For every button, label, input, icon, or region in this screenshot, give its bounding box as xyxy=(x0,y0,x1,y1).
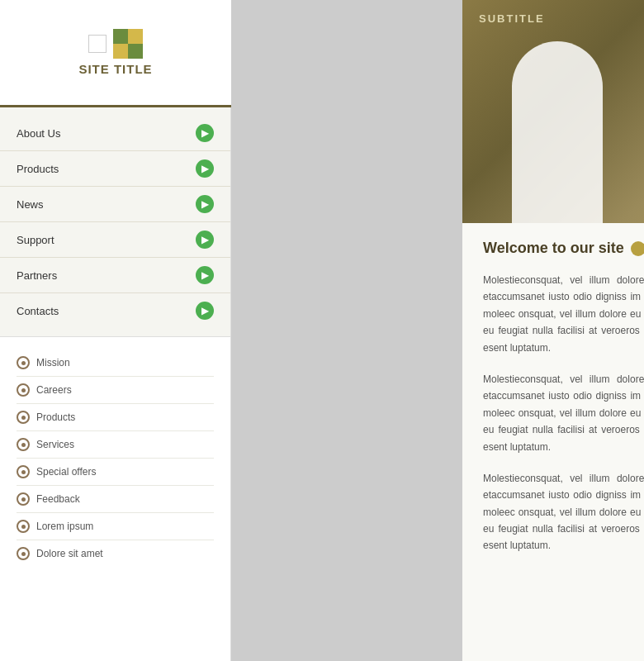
main-content: Welcome to our site Molestieconsquat, ve… xyxy=(462,223,644,661)
nav-item-icon: ▶ xyxy=(196,266,214,284)
sec-nav-icon xyxy=(17,492,30,506)
content-paragraph-3: Molestieconsquat, vel illum dolore eu fe… xyxy=(483,470,644,554)
welcome-title: Welcome to our site xyxy=(483,240,624,257)
sec-nav-item-products[interactable]: Products xyxy=(17,404,214,431)
hero-silhouette xyxy=(512,41,603,223)
sec-nav-icon xyxy=(17,465,30,478)
content-paragraph-2: Molestieconsquat, vel illum dolore eu fe… xyxy=(483,371,644,455)
content-paragraph-1: Molestieconsquat, vel illum dolore eu fe… xyxy=(483,272,644,356)
site-title: SITE TITLE xyxy=(78,62,152,76)
main-nav-item-contacts[interactable]: Contacts▶ xyxy=(0,293,230,328)
main-nav-item-support[interactable]: Support▶ xyxy=(0,222,230,258)
sec-nav-icon xyxy=(17,520,30,533)
main-nav-item-about-us[interactable]: About Us▶ xyxy=(0,116,230,151)
sec-nav-item-dolore-sit-amet[interactable]: Dolore sit amet xyxy=(17,540,214,567)
sec-nav-item-feedback[interactable]: Feedback xyxy=(17,486,214,513)
sec-nav-item-lorem-ipsum[interactable]: Lorem ipsum xyxy=(17,513,214,540)
welcome-dot xyxy=(631,241,644,256)
sec-nav-item-careers[interactable]: Careers xyxy=(17,377,214,404)
logo-grid xyxy=(113,29,143,59)
nav-item-icon: ▶ xyxy=(196,124,214,142)
sec-nav-label: Lorem ipsum xyxy=(36,521,93,532)
main-nav-item-products[interactable]: Products▶ xyxy=(0,151,230,187)
nav-item-label: Partners xyxy=(17,269,57,282)
sec-nav-item-services[interactable]: Services xyxy=(17,431,214,459)
sec-nav-icon xyxy=(17,383,30,397)
nav-item-icon: ▶ xyxy=(196,159,214,178)
sec-nav-icon xyxy=(17,411,30,424)
nav-item-label: Products xyxy=(17,163,59,175)
sec-nav-icon xyxy=(17,547,30,560)
sec-nav-item-mission[interactable]: Mission xyxy=(17,350,214,377)
nav-item-icon: ▶ xyxy=(196,302,214,320)
sec-nav-label: Careers xyxy=(36,384,72,396)
nav-item-label: About Us xyxy=(17,127,60,140)
sec-nav-label: Dolore sit amet xyxy=(36,548,103,559)
site-header: SITE TITLE xyxy=(0,0,231,107)
sec-nav-label: Products xyxy=(36,411,75,423)
hero-subtitle: SUBTITLE xyxy=(479,12,545,25)
nav-item-icon: ▶ xyxy=(196,195,214,213)
logo-box xyxy=(88,29,143,59)
welcome-header: Welcome to our site xyxy=(483,240,644,257)
main-nav: About Us▶Products▶News▶Support▶Partners▶… xyxy=(0,107,230,337)
sec-nav-label: Mission xyxy=(36,357,70,369)
hero-banner: SUBTITLE xyxy=(462,0,644,223)
logo-placeholder xyxy=(88,35,107,53)
nav-item-label: Support xyxy=(17,234,54,246)
nav-item-label: News xyxy=(17,198,44,211)
sec-nav-label: Special offers xyxy=(36,466,97,478)
sec-nav-label: Feedback xyxy=(36,493,80,505)
paragraphs-container: Molestieconsquat, vel illum dolore eu fe… xyxy=(483,272,644,554)
nav-item-icon: ▶ xyxy=(196,231,214,249)
main-nav-item-partners[interactable]: Partners▶ xyxy=(0,258,230,293)
nav-item-label: Contacts xyxy=(17,305,59,317)
sec-nav-icon xyxy=(17,356,30,369)
main-nav-item-news[interactable]: News▶ xyxy=(0,187,230,222)
secondary-nav: MissionCareersProductsServicesSpecial of… xyxy=(0,337,230,579)
sidebar: About Us▶Products▶News▶Support▶Partners▶… xyxy=(0,107,231,661)
sec-nav-icon xyxy=(17,438,30,451)
sec-nav-item-special-offers[interactable]: Special offers xyxy=(17,459,214,486)
content-area: SUBTITLE Welcome to our site xyxy=(462,0,644,661)
sec-nav-label: Services xyxy=(36,439,74,450)
